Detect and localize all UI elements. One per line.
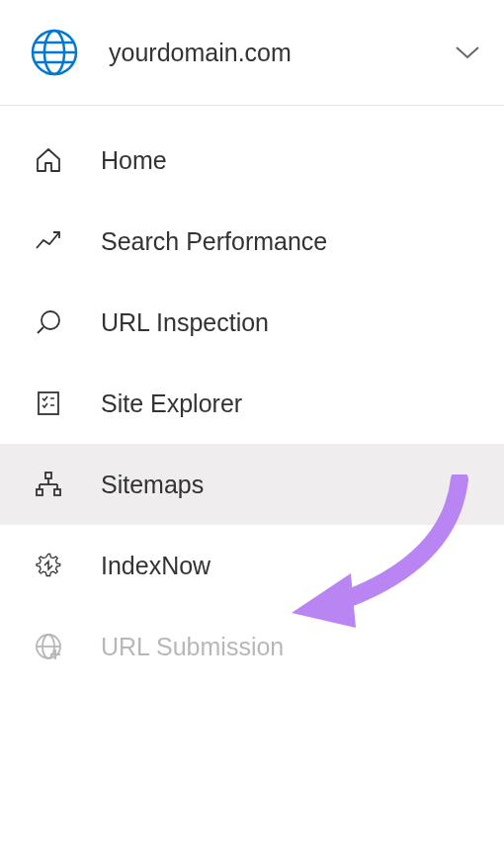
nav-item-url-submission[interactable]: URL Submission [0, 606, 504, 687]
fade-overlay [0, 784, 504, 863]
site-selector[interactable]: yourdomain.com [0, 0, 504, 106]
nav-list: Home Search Performance URL Inspection [0, 106, 504, 687]
nav-item-home[interactable]: Home [0, 120, 504, 201]
gear-icon [34, 551, 63, 580]
nav-item-sitemaps[interactable]: Sitemaps [0, 444, 504, 525]
svg-rect-9 [37, 489, 42, 495]
nav-item-url-inspection[interactable]: URL Inspection [0, 282, 504, 363]
nav-item-search-performance[interactable]: Search Performance [0, 201, 504, 282]
nav-label: Site Explorer [101, 389, 242, 418]
svg-point-3 [42, 311, 59, 329]
search-icon [34, 307, 63, 337]
nav-item-indexnow[interactable]: IndexNow [0, 525, 504, 606]
nav-item-site-explorer[interactable]: Site Explorer [0, 363, 504, 444]
globe-icon [30, 28, 79, 77]
nav-label: Search Performance [101, 227, 327, 256]
svg-rect-8 [45, 473, 51, 478]
nav-label: IndexNow [101, 552, 210, 580]
site-name: yourdomain.com [109, 39, 455, 67]
sitemap-icon [34, 470, 63, 499]
nav-label: URL Inspection [101, 308, 269, 337]
svg-rect-5 [39, 392, 58, 414]
nav-label: URL Submission [101, 633, 284, 661]
svg-rect-10 [54, 489, 60, 495]
nav-label: Sitemaps [101, 471, 204, 499]
trend-icon [34, 226, 63, 256]
list-check-icon [34, 388, 63, 418]
nav-label: Home [101, 146, 167, 175]
home-icon [34, 145, 63, 175]
chevron-down-icon [455, 45, 480, 59]
globe-plus-icon [34, 632, 63, 661]
svg-line-4 [38, 327, 43, 333]
